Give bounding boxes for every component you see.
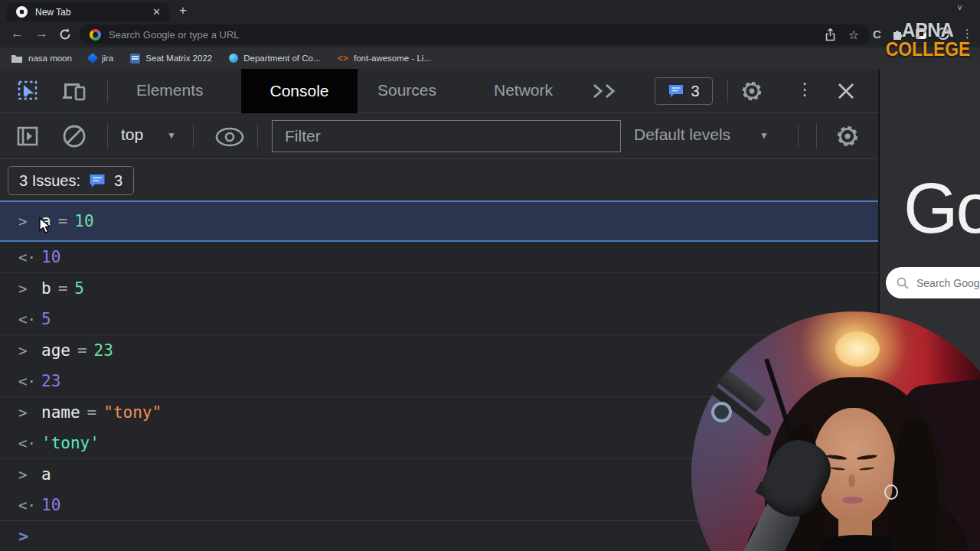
- chevron-down-icon: ▼: [167, 130, 176, 141]
- tab-close-icon[interactable]: ✕: [152, 6, 161, 18]
- tab-elements[interactable]: Elements: [136, 81, 204, 99]
- issues-chat-icon: [88, 173, 106, 189]
- address-input[interactable]: [109, 29, 825, 41]
- spreadsheet-icon: [130, 54, 140, 64]
- console-input-row[interactable]: > a = 10: [0, 201, 878, 242]
- tab-console[interactable]: Console: [241, 69, 358, 113]
- google-search-placeholder: Search Goog: [916, 277, 980, 289]
- chevron-down-icon: ▼: [760, 130, 769, 141]
- tab-strip: New Tab ✕ + ˅: [0, 0, 980, 21]
- reload-button[interactable]: [58, 28, 72, 41]
- console-sidebar-icon[interactable]: [15, 124, 40, 148]
- address-bar[interactable]: ☆: [80, 24, 870, 44]
- code-brackets-icon: <>: [338, 53, 348, 64]
- person-hair: [892, 420, 938, 551]
- tab-sources[interactable]: Sources: [377, 81, 436, 99]
- clear-console-icon[interactable]: [61, 123, 87, 149]
- output-value: 23: [41, 372, 60, 390]
- divider: [193, 124, 194, 148]
- browser-tab[interactable]: New Tab ✕: [6, 2, 170, 21]
- issues-counter-button[interactable]: 3: [655, 77, 713, 105]
- bookmark-folder[interactable]: nasa moon: [11, 54, 72, 64]
- forward-button[interactable]: →: [35, 26, 48, 41]
- issues-chat-icon: [668, 83, 684, 99]
- output-arrow-icon: <·: [18, 249, 41, 266]
- jira-icon: [87, 53, 98, 64]
- back-button[interactable]: ←: [11, 26, 24, 41]
- filter-input[interactable]: [273, 121, 620, 152]
- settings-gear-icon[interactable]: [740, 79, 764, 103]
- console-output-row[interactable]: <· 10: [0, 242, 878, 272]
- code-identifier: a: [41, 465, 51, 484]
- bookmark-star-icon[interactable]: ☆: [848, 28, 859, 42]
- output-value: 'tony': [41, 434, 100, 452]
- divider: [107, 80, 108, 103]
- browser-toolbar: ← → ☆ C s ⋮: [0, 21, 980, 47]
- issues-count: 3: [114, 172, 122, 190]
- code-string: "tony": [103, 403, 162, 422]
- inspect-element-icon[interactable]: [17, 80, 40, 103]
- devtools-menu-icon[interactable]: ⋮: [796, 80, 813, 99]
- tab-title: New Tab: [35, 7, 152, 18]
- tab-network[interactable]: Network: [494, 81, 553, 99]
- filter-box[interactable]: [272, 120, 621, 152]
- output-value: 10: [41, 496, 60, 514]
- more-tabs-icon[interactable]: [591, 83, 620, 99]
- mouse-cursor: [38, 217, 52, 234]
- earring: [884, 484, 898, 500]
- window-chevron-icon[interactable]: ˅: [957, 3, 962, 14]
- issues-count: 3: [691, 83, 699, 100]
- bookmark-department[interactable]: Department of Co...: [229, 54, 320, 63]
- divider: [257, 124, 258, 148]
- extension-s-icon[interactable]: s: [937, 28, 949, 40]
- extension-square-icon[interactable]: [916, 28, 926, 39]
- devtools-tabbar: Elements Console Sources Network 3 ⋮: [0, 69, 878, 113]
- bookmark-seat-matrix[interactable]: Seat Matrix 2022: [130, 54, 212, 64]
- google-logo-icon: [90, 29, 101, 41]
- code-number: 5: [74, 279, 84, 298]
- code-number: 23: [94, 341, 113, 360]
- google-search-bar[interactable]: Search Goog: [886, 267, 980, 298]
- code-number: 10: [74, 212, 93, 230]
- issues-bar-button[interactable]: 3 Issues: 3: [8, 166, 134, 195]
- folder-icon: [11, 54, 23, 64]
- share-icon[interactable]: [825, 28, 836, 41]
- divider: [727, 80, 728, 103]
- output-arrow-icon: <·: [18, 497, 41, 514]
- console-output-row[interactable]: <· 5: [0, 304, 878, 334]
- output-value: 10: [41, 248, 60, 266]
- studio-light: [835, 331, 880, 367]
- console-settings-gear-icon[interactable]: [835, 123, 861, 149]
- context-selector[interactable]: top: [121, 126, 143, 144]
- code-identifier: name: [41, 403, 80, 422]
- prompt-chevron-icon: >: [18, 527, 41, 546]
- live-expression-eye-icon[interactable]: [214, 127, 245, 147]
- bookmarks-bar: nasa moon jira Seat Matrix 2022 Departme…: [0, 47, 980, 69]
- output-arrow-icon: <·: [18, 311, 41, 328]
- devtools-close-icon[interactable]: [836, 81, 856, 101]
- profile-avatar[interactable]: C: [873, 28, 881, 41]
- input-chevron-icon: >: [18, 280, 41, 297]
- input-chevron-icon: >: [18, 466, 41, 483]
- console-toolbar: top ▼ Default levels ▼: [0, 113, 878, 159]
- code-operator: =: [87, 403, 97, 422]
- divider: [798, 124, 799, 148]
- bookmark-font-awesome[interactable]: <> font-awesome - Li...: [338, 53, 431, 64]
- lips: [842, 497, 863, 504]
- console-input-row[interactable]: > b = 5: [0, 273, 878, 304]
- code-identifier: b: [41, 279, 51, 298]
- code-operator: =: [77, 341, 87, 360]
- output-arrow-icon: <·: [18, 373, 41, 390]
- divider: [107, 124, 108, 148]
- divider: [816, 124, 817, 148]
- log-levels-selector[interactable]: Default levels: [634, 126, 730, 144]
- google-logo-partial: Go: [903, 168, 980, 249]
- bookmark-jira[interactable]: jira: [89, 54, 113, 63]
- issues-label: 3 Issues:: [19, 172, 80, 190]
- new-tab-button[interactable]: +: [179, 3, 187, 18]
- device-toolbar-icon[interactable]: [61, 80, 87, 102]
- browser-menu-icon[interactable]: ⋮: [962, 27, 973, 41]
- issues-row: 3 Issues: 3: [0, 159, 878, 201]
- input-chevron-icon: >: [18, 342, 41, 359]
- extensions-puzzle-icon[interactable]: [891, 27, 905, 41]
